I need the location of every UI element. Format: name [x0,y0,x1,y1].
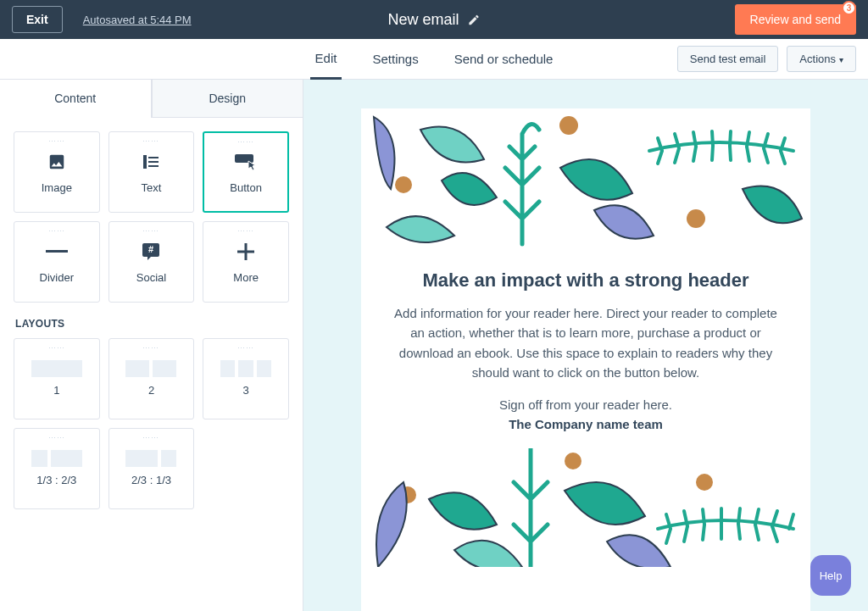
sidebar-tab-content[interactable]: Content [0,80,152,118]
module-text[interactable]: ⋯⋯ Text [108,131,195,213]
layout-2-3-1-3[interactable]: ⋯⋯ 2/3 : 1/3 [108,428,195,509]
email-preview[interactable]: Make an impact with a strong header Add … [361,108,810,611]
subnav-actions: Send test email Actions▾ [677,46,856,72]
divider-icon [46,239,68,264]
module-label: Button [230,181,262,194]
svg-point-6 [395,176,412,193]
sidebar: Content Design ⋯⋯ Image ⋯⋯ Text [0,80,303,611]
svg-rect-0 [235,154,253,163]
grip-icon: ⋯⋯ [142,137,159,146]
grip-icon: ⋯⋯ [48,344,65,353]
module-button[interactable]: ⋯⋯ Button [203,131,289,213]
page-title-text: New email [387,11,459,29]
grip-icon: ⋯⋯ [237,227,254,236]
notification-badge: 3 [842,1,856,15]
module-divider[interactable]: ⋯⋯ Divider [14,221,100,303]
email-paragraph: Add information for your reader here. Di… [387,303,785,382]
module-social[interactable]: ⋯⋯ # Social [108,221,195,303]
svg-point-10 [696,474,713,491]
module-label: More [233,271,259,284]
layouts-heading: LAYOUTS [15,318,289,330]
sidebar-tabs: Content Design [0,80,303,118]
modules-grid: ⋯⋯ Image ⋯⋯ Text ⋯⋯ [14,131,289,303]
email-body[interactable]: Make an impact with a strong header Add … [361,253,810,448]
layout-label: 2 [148,384,154,397]
layout-preview [125,450,176,467]
exit-button[interactable]: Exit [12,6,63,33]
subnav: Edit Settings Send or schedule Send test… [0,39,868,80]
topbar: Exit Autosaved at 5:44 PM New email Revi… [0,0,868,39]
layout-label: 1 [53,384,59,397]
svg-point-8 [565,453,581,469]
email-banner-top [361,108,810,253]
social-icon: # [141,239,161,264]
email-signoff: Sign off from your reader here. [387,397,785,412]
grip-icon: ⋯⋯ [237,344,254,353]
svg-rect-1 [46,250,68,253]
svg-rect-4 [237,250,254,253]
layout-preview [125,360,176,377]
workspace: Content Design ⋯⋯ Image ⋯⋯ Text [0,80,868,611]
email-headline: Make an impact with a strong header [387,269,785,292]
layout-1[interactable]: ⋯⋯ 1 [14,338,100,419]
layout-3[interactable]: ⋯⋯ 3 [203,338,289,419]
actions-label: Actions [799,53,836,65]
grip-icon: ⋯⋯ [142,344,159,353]
review-wrap: Review and send 3 [735,4,856,35]
svg-point-7 [687,209,705,228]
tab-edit[interactable]: Edit [310,39,342,80]
sidebar-tab-design[interactable]: Design [152,80,303,118]
grip-icon: ⋯⋯ [48,227,65,236]
module-label: Social [136,271,166,284]
page-title[interactable]: New email [387,11,480,29]
layouts-grid: ⋯⋯ 1 ⋯⋯ 2 ⋯⋯ 3 ⋯⋯ 1/3 : 2/3 [14,338,289,509]
svg-point-5 [559,116,578,135]
image-icon [47,149,67,175]
layout-2[interactable]: ⋯⋯ 2 [108,338,195,419]
module-label: Text [142,181,162,194]
grip-icon: ⋯⋯ [48,434,65,442]
layout-label: 2/3 : 1/3 [131,474,171,486]
email-team: The Company name team [387,417,785,431]
tab-send-schedule[interactable]: Send or schedule [449,40,559,78]
plus-icon [237,239,254,264]
help-button[interactable]: Help [810,555,851,596]
send-test-button[interactable]: Send test email [677,46,779,72]
actions-dropdown[interactable]: Actions▾ [787,46,856,72]
sidebar-body: ⋯⋯ Image ⋯⋯ Text ⋯⋯ [0,118,303,523]
module-more[interactable]: ⋯⋯ More [203,221,289,303]
module-label: Image [42,181,72,194]
grip-icon: ⋯⋯ [142,434,159,442]
button-icon [233,149,259,175]
module-label: Divider [40,271,74,284]
grip-icon: ⋯⋯ [237,138,254,147]
layout-preview [31,360,82,377]
tab-settings[interactable]: Settings [367,40,423,78]
email-canvas[interactable]: Make an impact with a strong header Add … [303,80,868,611]
email-banner-bottom [361,448,810,567]
chevron-down-icon: ▾ [839,55,843,64]
autosave-link[interactable]: Autosaved at 5:44 PM [83,14,192,26]
layout-preview [220,360,271,377]
grip-icon: ⋯⋯ [142,227,159,236]
review-send-button[interactable]: Review and send [735,4,856,35]
layout-label: 1/3 : 2/3 [36,474,76,486]
layout-preview [31,450,82,467]
text-icon [141,149,161,175]
svg-text:#: # [148,244,153,254]
layout-1-3-2-3[interactable]: ⋯⋯ 1/3 : 2/3 [14,428,100,509]
layout-label: 3 [243,384,249,397]
grip-icon: ⋯⋯ [48,137,65,146]
pencil-icon [468,14,481,26]
module-image[interactable]: ⋯⋯ Image [14,131,100,213]
